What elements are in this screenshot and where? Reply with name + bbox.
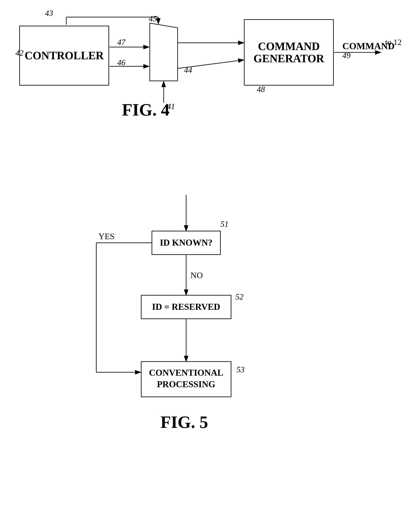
svg-text:CONVENTIONAL: CONVENTIONAL [149, 368, 223, 378]
svg-text:46: 46 [117, 58, 125, 67]
controller-label: CONTROLLER [25, 49, 104, 62]
command-gen-box: COMMANDGENERATOR [244, 19, 334, 85]
svg-text:to 12: to 12 [385, 38, 401, 47]
svg-marker-9 [150, 23, 177, 81]
svg-text:PROCESSING: PROCESSING [157, 379, 215, 389]
svg-text:52: 52 [235, 292, 243, 301]
svg-text:51: 51 [220, 219, 229, 228]
command-gen-label: COMMANDGENERATOR [253, 40, 324, 65]
svg-text:FIG. 4: FIG. 4 [122, 100, 169, 119]
diagram-container: 43 47 46 45 44 41 COMMAND 49 to 12 42 48… [0, 0, 420, 525]
svg-text:53: 53 [236, 365, 244, 374]
controller-box: CONTROLLER [19, 26, 109, 85]
svg-text:48: 48 [257, 85, 265, 94]
svg-text:ID KNOWN?: ID KNOWN? [160, 238, 213, 248]
svg-text:49: 49 [342, 51, 350, 60]
fig5-flowchart: 51 ID KNOWN? NO 52 ID = RESERVED YES 53 … [0, 193, 420, 492]
svg-text:44: 44 [184, 66, 192, 75]
svg-text:43: 43 [45, 9, 53, 18]
svg-text:ID = RESERVED: ID = RESERVED [152, 302, 220, 312]
svg-text:FIG. 5: FIG. 5 [160, 413, 208, 431]
svg-text:45: 45 [149, 14, 157, 23]
svg-text:NO: NO [190, 271, 203, 280]
svg-text:47: 47 [117, 38, 126, 47]
svg-text:YES: YES [98, 232, 115, 241]
